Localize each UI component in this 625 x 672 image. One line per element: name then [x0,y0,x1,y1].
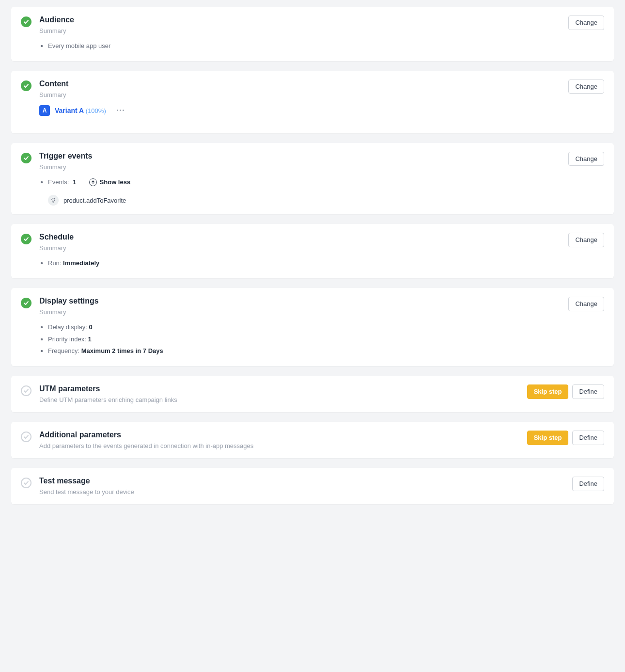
more-icon[interactable] [115,108,126,113]
frequency-value: Maximum 2 times in 7 Days [81,347,163,354]
schedule-title: Schedule [39,233,568,241]
event-name: product.addToFavorite [63,197,126,204]
summary-label: Summary [39,308,568,316]
define-button[interactable]: Define [572,384,604,399]
utm-title: UTM parameters [39,384,527,393]
change-button[interactable]: Change [568,152,604,166]
priority-value: 1 [88,336,91,343]
test-title: Test message [39,477,572,485]
priority-label: Priority index: [48,336,86,343]
variant-percent: (100%) [86,107,106,114]
check-icon [21,153,31,163]
content-card: Content Summary Change A Variant A (100%… [11,71,614,133]
events-line: Events: 1 Show less [39,176,604,189]
summary-label: Summary [39,244,568,252]
define-button[interactable]: Define [572,431,604,445]
change-button[interactable]: Change [568,16,604,30]
utm-parameters-card: UTM parameters Define UTM parameters enr… [11,376,614,412]
pending-check-icon [21,478,31,488]
utm-desc: Define UTM parameters enriching campaign… [39,396,527,403]
define-button[interactable]: Define [572,477,604,491]
skip-step-button[interactable]: Skip step [527,431,569,445]
summary-label: Summary [39,91,568,98]
content-title: Content [39,80,568,88]
display-settings-card: Display settings Summary Change Delay di… [11,288,614,366]
audience-card: Audience Summary Change Every mobile app… [11,7,614,61]
audience-title: Audience [39,16,568,24]
run-label: Run: [48,259,61,267]
frequency-label: Frequency: [48,347,79,354]
additional-title: Additional parameters [39,431,527,439]
priority-line: Priority index: 1 [39,334,604,346]
schedule-run-line: Run: Immediately [39,257,604,270]
delay-line: Delay display: 0 [39,321,604,334]
variant-name: Variant A [55,107,84,114]
skip-step-button[interactable]: Skip step [527,384,569,399]
audience-item: Every mobile app user [39,40,604,52]
delay-value: 0 [89,323,93,331]
pending-check-icon [21,385,31,396]
delay-label: Delay display: [48,323,87,331]
check-icon [21,234,31,244]
change-button[interactable]: Change [568,297,604,311]
summary-label: Summary [39,163,568,171]
show-less-text: Show less [100,176,131,189]
events-label: Events: [48,176,69,189]
run-value: Immediately [63,259,99,267]
change-button[interactable]: Change [568,80,604,94]
test-message-card: Test message Send test message to your d… [11,468,614,504]
display-title: Display settings [39,297,568,305]
trigger-events-card: Trigger events Summary Change Events: 1 … [11,143,614,215]
check-icon [21,298,31,308]
schedule-card: Schedule Summary Change Run: Immediately [11,224,614,278]
pending-check-icon [21,432,31,442]
events-count: 1 [73,176,76,189]
arrow-up-icon [89,178,97,186]
summary-label: Summary [39,27,568,34]
bulb-icon [48,195,59,206]
change-button[interactable]: Change [568,233,604,247]
test-desc: Send test message to your device [39,488,572,496]
additional-parameters-card: Additional parameters Add parameters to … [11,422,614,458]
variant-badge: A [39,105,50,116]
event-chip: product.addToFavorite [48,195,126,206]
frequency-line: Frequency: Maximum 2 times in 7 Days [39,345,604,357]
check-icon [21,80,31,91]
show-less-toggle[interactable]: Show less [89,176,131,189]
additional-desc: Add parameters to the events generated i… [39,442,527,449]
trigger-title: Trigger events [39,152,568,160]
variant-row[interactable]: A Variant A (100%) [39,105,604,116]
check-icon [21,16,31,27]
